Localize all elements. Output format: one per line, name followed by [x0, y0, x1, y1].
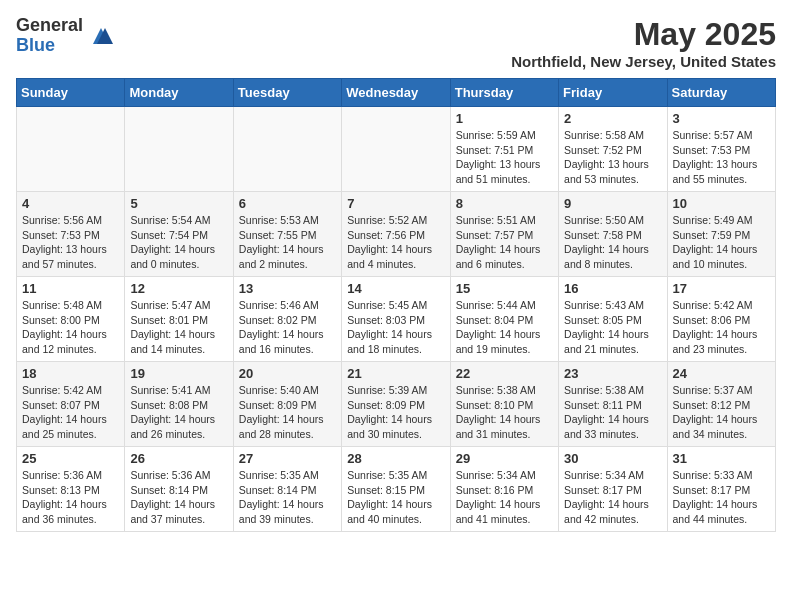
day-info: Sunrise: 5:36 AMSunset: 8:14 PMDaylight:… [130, 468, 227, 527]
table-row: 30Sunrise: 5:34 AMSunset: 8:17 PMDayligh… [559, 447, 667, 532]
day-info: Sunrise: 5:46 AMSunset: 8:02 PMDaylight:… [239, 298, 336, 357]
day-number: 6 [239, 196, 336, 211]
day-number: 31 [673, 451, 770, 466]
day-number: 1 [456, 111, 553, 126]
table-row [342, 107, 450, 192]
day-number: 21 [347, 366, 444, 381]
table-row: 10Sunrise: 5:49 AMSunset: 7:59 PMDayligh… [667, 192, 775, 277]
table-row: 20Sunrise: 5:40 AMSunset: 8:09 PMDayligh… [233, 362, 341, 447]
calendar-table: Sunday Monday Tuesday Wednesday Thursday… [16, 78, 776, 532]
calendar-week-row: 11Sunrise: 5:48 AMSunset: 8:00 PMDayligh… [17, 277, 776, 362]
table-row: 5Sunrise: 5:54 AMSunset: 7:54 PMDaylight… [125, 192, 233, 277]
day-number: 12 [130, 281, 227, 296]
day-info: Sunrise: 5:41 AMSunset: 8:08 PMDaylight:… [130, 383, 227, 442]
day-info: Sunrise: 5:34 AMSunset: 8:17 PMDaylight:… [564, 468, 661, 527]
table-row: 9Sunrise: 5:50 AMSunset: 7:58 PMDaylight… [559, 192, 667, 277]
day-number: 29 [456, 451, 553, 466]
day-info: Sunrise: 5:34 AMSunset: 8:16 PMDaylight:… [456, 468, 553, 527]
day-info: Sunrise: 5:38 AMSunset: 8:10 PMDaylight:… [456, 383, 553, 442]
day-info: Sunrise: 5:37 AMSunset: 8:12 PMDaylight:… [673, 383, 770, 442]
day-info: Sunrise: 5:53 AMSunset: 7:55 PMDaylight:… [239, 213, 336, 272]
day-info: Sunrise: 5:51 AMSunset: 7:57 PMDaylight:… [456, 213, 553, 272]
logo: General Blue [16, 16, 115, 56]
day-info: Sunrise: 5:39 AMSunset: 8:09 PMDaylight:… [347, 383, 444, 442]
table-row: 21Sunrise: 5:39 AMSunset: 8:09 PMDayligh… [342, 362, 450, 447]
day-info: Sunrise: 5:54 AMSunset: 7:54 PMDaylight:… [130, 213, 227, 272]
col-saturday: Saturday [667, 79, 775, 107]
day-info: Sunrise: 5:59 AMSunset: 7:51 PMDaylight:… [456, 128, 553, 187]
table-row: 23Sunrise: 5:38 AMSunset: 8:11 PMDayligh… [559, 362, 667, 447]
day-number: 28 [347, 451, 444, 466]
logo-general-text: General [16, 16, 83, 36]
calendar-week-row: 1Sunrise: 5:59 AMSunset: 7:51 PMDaylight… [17, 107, 776, 192]
col-tuesday: Tuesday [233, 79, 341, 107]
table-row: 15Sunrise: 5:44 AMSunset: 8:04 PMDayligh… [450, 277, 558, 362]
calendar-week-row: 25Sunrise: 5:36 AMSunset: 8:13 PMDayligh… [17, 447, 776, 532]
day-number: 4 [22, 196, 119, 211]
day-info: Sunrise: 5:42 AMSunset: 8:06 PMDaylight:… [673, 298, 770, 357]
day-info: Sunrise: 5:47 AMSunset: 8:01 PMDaylight:… [130, 298, 227, 357]
day-info: Sunrise: 5:40 AMSunset: 8:09 PMDaylight:… [239, 383, 336, 442]
table-row: 1Sunrise: 5:59 AMSunset: 7:51 PMDaylight… [450, 107, 558, 192]
table-row: 4Sunrise: 5:56 AMSunset: 7:53 PMDaylight… [17, 192, 125, 277]
day-number: 14 [347, 281, 444, 296]
day-number: 25 [22, 451, 119, 466]
logo-icon [87, 22, 115, 50]
table-row: 18Sunrise: 5:42 AMSunset: 8:07 PMDayligh… [17, 362, 125, 447]
day-info: Sunrise: 5:42 AMSunset: 8:07 PMDaylight:… [22, 383, 119, 442]
title-area: May 2025 Northfield, New Jersey, United … [511, 16, 776, 70]
day-info: Sunrise: 5:52 AMSunset: 7:56 PMDaylight:… [347, 213, 444, 272]
day-number: 23 [564, 366, 661, 381]
day-number: 13 [239, 281, 336, 296]
day-number: 16 [564, 281, 661, 296]
table-row: 11Sunrise: 5:48 AMSunset: 8:00 PMDayligh… [17, 277, 125, 362]
day-number: 26 [130, 451, 227, 466]
day-info: Sunrise: 5:33 AMSunset: 8:17 PMDaylight:… [673, 468, 770, 527]
day-info: Sunrise: 5:38 AMSunset: 8:11 PMDaylight:… [564, 383, 661, 442]
day-info: Sunrise: 5:58 AMSunset: 7:52 PMDaylight:… [564, 128, 661, 187]
col-friday: Friday [559, 79, 667, 107]
day-info: Sunrise: 5:57 AMSunset: 7:53 PMDaylight:… [673, 128, 770, 187]
day-info: Sunrise: 5:35 AMSunset: 8:14 PMDaylight:… [239, 468, 336, 527]
day-number: 5 [130, 196, 227, 211]
main-title: May 2025 [511, 16, 776, 53]
day-number: 30 [564, 451, 661, 466]
table-row: 6Sunrise: 5:53 AMSunset: 7:55 PMDaylight… [233, 192, 341, 277]
table-row: 8Sunrise: 5:51 AMSunset: 7:57 PMDaylight… [450, 192, 558, 277]
table-row [17, 107, 125, 192]
calendar-header-row: Sunday Monday Tuesday Wednesday Thursday… [17, 79, 776, 107]
day-info: Sunrise: 5:48 AMSunset: 8:00 PMDaylight:… [22, 298, 119, 357]
page-header: General Blue May 2025 Northfield, New Je… [16, 16, 776, 70]
day-number: 10 [673, 196, 770, 211]
table-row: 27Sunrise: 5:35 AMSunset: 8:14 PMDayligh… [233, 447, 341, 532]
table-row: 19Sunrise: 5:41 AMSunset: 8:08 PMDayligh… [125, 362, 233, 447]
col-wednesday: Wednesday [342, 79, 450, 107]
day-number: 2 [564, 111, 661, 126]
table-row: 31Sunrise: 5:33 AMSunset: 8:17 PMDayligh… [667, 447, 775, 532]
table-row: 25Sunrise: 5:36 AMSunset: 8:13 PMDayligh… [17, 447, 125, 532]
table-row: 29Sunrise: 5:34 AMSunset: 8:16 PMDayligh… [450, 447, 558, 532]
day-info: Sunrise: 5:56 AMSunset: 7:53 PMDaylight:… [22, 213, 119, 272]
day-number: 18 [22, 366, 119, 381]
table-row: 13Sunrise: 5:46 AMSunset: 8:02 PMDayligh… [233, 277, 341, 362]
table-row [125, 107, 233, 192]
table-row: 2Sunrise: 5:58 AMSunset: 7:52 PMDaylight… [559, 107, 667, 192]
day-info: Sunrise: 5:49 AMSunset: 7:59 PMDaylight:… [673, 213, 770, 272]
calendar-week-row: 18Sunrise: 5:42 AMSunset: 8:07 PMDayligh… [17, 362, 776, 447]
day-number: 19 [130, 366, 227, 381]
table-row: 7Sunrise: 5:52 AMSunset: 7:56 PMDaylight… [342, 192, 450, 277]
day-info: Sunrise: 5:43 AMSunset: 8:05 PMDaylight:… [564, 298, 661, 357]
day-info: Sunrise: 5:44 AMSunset: 8:04 PMDaylight:… [456, 298, 553, 357]
table-row: 16Sunrise: 5:43 AMSunset: 8:05 PMDayligh… [559, 277, 667, 362]
table-row [233, 107, 341, 192]
table-row: 26Sunrise: 5:36 AMSunset: 8:14 PMDayligh… [125, 447, 233, 532]
day-info: Sunrise: 5:36 AMSunset: 8:13 PMDaylight:… [22, 468, 119, 527]
day-info: Sunrise: 5:50 AMSunset: 7:58 PMDaylight:… [564, 213, 661, 272]
day-number: 17 [673, 281, 770, 296]
day-number: 20 [239, 366, 336, 381]
day-number: 8 [456, 196, 553, 211]
calendar-week-row: 4Sunrise: 5:56 AMSunset: 7:53 PMDaylight… [17, 192, 776, 277]
day-number: 3 [673, 111, 770, 126]
day-number: 27 [239, 451, 336, 466]
day-number: 22 [456, 366, 553, 381]
